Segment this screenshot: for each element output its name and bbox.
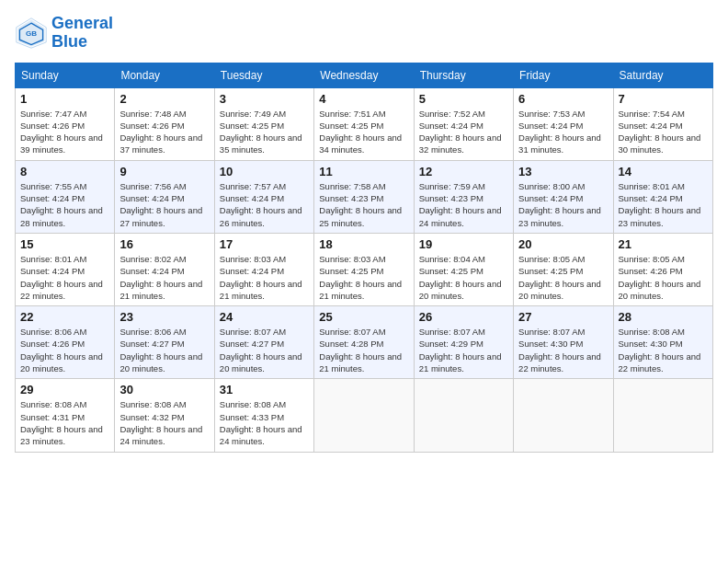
day-info: Sunrise: 8:07 AM Sunset: 4:27 PM Dayligh… <box>220 326 309 374</box>
day-info: Sunrise: 8:08 AM Sunset: 4:31 PM Dayligh… <box>20 398 109 447</box>
day-info: Sunrise: 8:07 AM Sunset: 4:28 PM Dayligh… <box>319 326 408 374</box>
calendar-cell <box>514 379 613 452</box>
calendar-cell: 24 Sunrise: 8:07 AM Sunset: 4:27 PM Dayl… <box>214 306 313 379</box>
calendar-cell: 28 Sunrise: 8:08 AM Sunset: 4:30 PM Dayl… <box>613 306 712 379</box>
day-info: Sunrise: 8:07 AM Sunset: 4:30 PM Dayligh… <box>518 326 608 374</box>
calendar-cell: 23 Sunrise: 8:06 AM Sunset: 4:27 PM Dayl… <box>115 306 214 379</box>
day-number: 26 <box>419 310 508 324</box>
day-info: Sunrise: 7:55 AM Sunset: 4:24 PM Dayligh… <box>20 180 109 229</box>
calendar-cell: 5 Sunrise: 7:52 AM Sunset: 4:24 PM Dayli… <box>414 87 513 160</box>
day-number: 25 <box>319 310 408 324</box>
day-info: Sunrise: 8:03 AM Sunset: 4:25 PM Dayligh… <box>319 253 408 302</box>
day-number: 13 <box>518 165 608 178</box>
day-number: 14 <box>619 165 708 178</box>
day-info: Sunrise: 8:07 AM Sunset: 4:29 PM Dayligh… <box>419 326 508 374</box>
calendar-cell: 20 Sunrise: 8:05 AM Sunset: 4:25 PM Dayl… <box>514 233 613 305</box>
day-number: 7 <box>619 92 708 106</box>
day-number: 22 <box>20 310 109 324</box>
day-info: Sunrise: 8:05 AM Sunset: 4:26 PM Dayligh… <box>619 253 708 302</box>
calendar-cell: 22 Sunrise: 8:06 AM Sunset: 4:26 PM Dayl… <box>16 306 115 379</box>
day-info: Sunrise: 8:08 AM Sunset: 4:33 PM Dayligh… <box>220 398 309 447</box>
logo-line1: General <box>51 15 113 33</box>
calendar-cell: 29 Sunrise: 8:08 AM Sunset: 4:31 PM Dayl… <box>16 379 115 452</box>
day-info: Sunrise: 8:02 AM Sunset: 4:24 PM Dayligh… <box>119 253 209 302</box>
day-info: Sunrise: 8:03 AM Sunset: 4:24 PM Dayligh… <box>220 253 309 302</box>
calendar-cell: 21 Sunrise: 8:05 AM Sunset: 4:26 PM Dayl… <box>613 233 712 305</box>
calendar-cell: 2 Sunrise: 7:48 AM Sunset: 4:26 PM Dayli… <box>115 87 214 160</box>
day-number: 29 <box>20 383 109 396</box>
day-info: Sunrise: 7:53 AM Sunset: 4:24 PM Dayligh… <box>518 108 608 156</box>
day-number: 30 <box>119 383 209 396</box>
column-header-tuesday: Tuesday <box>214 63 313 87</box>
day-info: Sunrise: 8:01 AM Sunset: 4:24 PM Dayligh… <box>619 180 708 229</box>
day-number: 11 <box>319 165 408 178</box>
calendar-cell: 6 Sunrise: 7:53 AM Sunset: 4:24 PM Dayli… <box>514 87 613 160</box>
day-info: Sunrise: 7:52 AM Sunset: 4:24 PM Dayligh… <box>419 108 508 156</box>
day-info: Sunrise: 8:04 AM Sunset: 4:25 PM Dayligh… <box>419 253 508 302</box>
calendar-cell: 16 Sunrise: 8:02 AM Sunset: 4:24 PM Dayl… <box>115 233 214 305</box>
day-info: Sunrise: 8:01 AM Sunset: 4:24 PM Dayligh… <box>20 253 109 302</box>
day-info: Sunrise: 7:51 AM Sunset: 4:25 PM Dayligh… <box>319 108 408 156</box>
column-header-monday: Monday <box>115 63 214 87</box>
calendar-week-row: 1 Sunrise: 7:47 AM Sunset: 4:26 PM Dayli… <box>16 87 713 160</box>
calendar-cell: 13 Sunrise: 8:00 AM Sunset: 4:24 PM Dayl… <box>514 160 613 233</box>
day-number: 8 <box>20 165 109 178</box>
calendar-cell: 25 Sunrise: 8:07 AM Sunset: 4:28 PM Dayl… <box>314 306 414 379</box>
day-number: 19 <box>419 237 508 251</box>
day-number: 5 <box>419 92 508 106</box>
calendar-cell: 18 Sunrise: 8:03 AM Sunset: 4:25 PM Dayl… <box>314 233 414 305</box>
day-number: 3 <box>220 92 309 106</box>
column-header-saturday: Saturday <box>613 63 712 87</box>
day-number: 31 <box>220 383 309 396</box>
calendar-cell: 27 Sunrise: 8:07 AM Sunset: 4:30 PM Dayl… <box>514 306 613 379</box>
calendar-table: SundayMondayTuesdayWednesdayThursdayFrid… <box>15 63 713 453</box>
calendar-cell <box>613 379 712 452</box>
column-header-wednesday: Wednesday <box>314 63 414 87</box>
svg-text:GB: GB <box>26 29 37 37</box>
day-info: Sunrise: 7:48 AM Sunset: 4:26 PM Dayligh… <box>119 108 209 156</box>
calendar-week-row: 15 Sunrise: 8:01 AM Sunset: 4:24 PM Dayl… <box>16 233 713 305</box>
day-number: 20 <box>518 237 608 251</box>
day-number: 28 <box>619 310 708 324</box>
day-info: Sunrise: 8:05 AM Sunset: 4:25 PM Dayligh… <box>518 253 608 302</box>
day-number: 23 <box>119 310 209 324</box>
day-number: 10 <box>220 165 309 178</box>
calendar-week-row: 29 Sunrise: 8:08 AM Sunset: 4:31 PM Dayl… <box>16 379 713 452</box>
calendar-cell <box>414 379 513 452</box>
calendar-week-row: 22 Sunrise: 8:06 AM Sunset: 4:26 PM Dayl… <box>16 306 713 379</box>
day-number: 27 <box>518 310 608 324</box>
calendar-cell: 3 Sunrise: 7:49 AM Sunset: 4:25 PM Dayli… <box>214 87 313 160</box>
day-info: Sunrise: 8:00 AM Sunset: 4:24 PM Dayligh… <box>518 180 608 229</box>
calendar-cell: 31 Sunrise: 8:08 AM Sunset: 4:33 PM Dayl… <box>214 379 313 452</box>
calendar-cell: 11 Sunrise: 7:58 AM Sunset: 4:23 PM Dayl… <box>314 160 414 233</box>
day-info: Sunrise: 7:58 AM Sunset: 4:23 PM Dayligh… <box>319 180 408 229</box>
calendar-header-row: SundayMondayTuesdayWednesdayThursdayFrid… <box>16 63 713 87</box>
logo-icon: GB <box>15 17 48 50</box>
calendar-cell: 19 Sunrise: 8:04 AM Sunset: 4:25 PM Dayl… <box>414 233 513 305</box>
day-number: 15 <box>20 237 109 251</box>
day-info: Sunrise: 7:59 AM Sunset: 4:23 PM Dayligh… <box>419 180 508 229</box>
day-info: Sunrise: 8:08 AM Sunset: 4:30 PM Dayligh… <box>619 326 708 374</box>
calendar-cell: 9 Sunrise: 7:56 AM Sunset: 4:24 PM Dayli… <box>115 160 214 233</box>
calendar-cell: 17 Sunrise: 8:03 AM Sunset: 4:24 PM Dayl… <box>214 233 313 305</box>
calendar-cell: 12 Sunrise: 7:59 AM Sunset: 4:23 PM Dayl… <box>414 160 513 233</box>
calendar-cell: 10 Sunrise: 7:57 AM Sunset: 4:24 PM Dayl… <box>214 160 313 233</box>
calendar-week-row: 8 Sunrise: 7:55 AM Sunset: 4:24 PM Dayli… <box>16 160 713 233</box>
day-info: Sunrise: 7:49 AM Sunset: 4:25 PM Dayligh… <box>220 108 309 156</box>
calendar-cell: 14 Sunrise: 8:01 AM Sunset: 4:24 PM Dayl… <box>613 160 712 233</box>
calendar-cell: 4 Sunrise: 7:51 AM Sunset: 4:25 PM Dayli… <box>314 87 414 160</box>
day-info: Sunrise: 8:08 AM Sunset: 4:32 PM Dayligh… <box>119 398 209 447</box>
day-number: 18 <box>319 237 408 251</box>
calendar-cell: 8 Sunrise: 7:55 AM Sunset: 4:24 PM Dayli… <box>16 160 115 233</box>
calendar-cell <box>314 379 414 452</box>
column-header-friday: Friday <box>514 63 613 87</box>
day-number: 12 <box>419 165 508 178</box>
day-number: 1 <box>20 92 109 106</box>
calendar-cell: 15 Sunrise: 8:01 AM Sunset: 4:24 PM Dayl… <box>16 233 115 305</box>
day-number: 17 <box>220 237 309 251</box>
column-header-sunday: Sunday <box>16 63 115 87</box>
day-number: 4 <box>319 92 408 106</box>
day-number: 6 <box>518 92 608 106</box>
day-info: Sunrise: 8:06 AM Sunset: 4:26 PM Dayligh… <box>20 326 109 374</box>
calendar-cell: 1 Sunrise: 7:47 AM Sunset: 4:26 PM Dayli… <box>16 87 115 160</box>
